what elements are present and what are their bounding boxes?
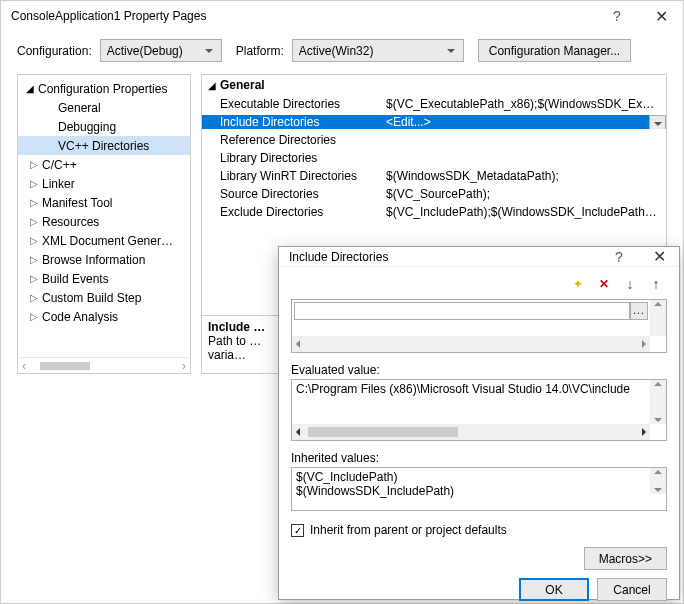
platform-combo[interactable]: Active(Win32) [292, 39, 464, 62]
inh-vscroll[interactable] [650, 468, 666, 494]
prop-row-6[interactable]: Exclude Directories$(VC_IncludePath);$(W… [202, 203, 666, 221]
ok-button[interactable]: OK [519, 578, 589, 601]
macros-button[interactable]: Macros>> [584, 547, 667, 570]
expander-icon[interactable]: ▷ [26, 292, 42, 303]
tree-item-label: Browse Information [42, 253, 145, 267]
tree-item-11[interactable]: ▷Code Analysis [18, 307, 190, 326]
tree-item-8[interactable]: ▷Browse Information [18, 250, 190, 269]
inherited-box[interactable]: $(VC_IncludePath) $(WindowsSDK_IncludePa… [291, 467, 667, 511]
configuration-label: Configuration: [17, 44, 92, 58]
prop-key: Reference Directories [202, 133, 382, 147]
tree-item-label: Custom Build Step [42, 291, 141, 305]
platform-label: Platform: [236, 44, 284, 58]
new-line-icon[interactable]: ✦ [567, 273, 589, 295]
prop-row-3[interactable]: Library Directories [202, 149, 666, 167]
move-down-icon[interactable]: ↓ [619, 273, 641, 295]
toolbar: ✦ ✕ ↓ ↑ [291, 273, 667, 295]
sub-close-icon[interactable]: ✕ [639, 247, 679, 266]
prop-key: Include Directories [202, 115, 382, 129]
include-directories-dialog: Include Directories ? ✕ ✦ ✕ ↓ ↑ ... Eval… [278, 246, 680, 600]
grid-category[interactable]: ◢ General [202, 75, 666, 95]
inherited-line-1: $(WindowsSDK_IncludePath) [296, 484, 648, 498]
tree-item-label: XML Document Gener… [42, 234, 173, 248]
close-icon[interactable]: ✕ [639, 7, 683, 26]
prop-row-0[interactable]: Executable Directories$(VC_ExecutablePat… [202, 95, 666, 113]
window-title: ConsoleApplication1 Property Pages [11, 9, 595, 23]
expander-icon[interactable]: ▷ [26, 159, 42, 170]
tree-hscrollbar[interactable]: ‹› [18, 357, 190, 373]
tree-item-label: Build Events [42, 272, 109, 286]
sub-titlebar: Include Directories ? ✕ [279, 247, 679, 267]
tree-item-label: Code Analysis [42, 310, 118, 324]
delete-icon[interactable]: ✕ [593, 273, 615, 295]
prop-row-2[interactable]: Reference Directories [202, 131, 666, 149]
prop-key: Library Directories [202, 151, 382, 165]
inherit-checkbox-label: Inherit from parent or project defaults [310, 523, 507, 537]
tree-item-5[interactable]: ▷Manifest Tool [18, 193, 190, 212]
expander-icon[interactable]: ▷ [26, 235, 42, 246]
prop-value[interactable]: $(WindowsSDK_MetadataPath); [382, 169, 666, 183]
evaluated-label: Evaluated value: [291, 363, 667, 377]
inherited-line-0: $(VC_IncludePath) [296, 470, 648, 484]
prop-value[interactable]: $(VC_ExecutablePath_x86);$(WindowsSDK_Ex… [382, 97, 666, 111]
expander-icon[interactable]: ▷ [26, 254, 42, 265]
titlebar: ConsoleApplication1 Property Pages ? ✕ [1, 1, 683, 31]
tree-root[interactable]: ◢ Configuration Properties [18, 79, 190, 98]
prop-value[interactable]: $(VC_SourcePath); [382, 187, 666, 201]
tree-item-4[interactable]: ▷Linker [18, 174, 190, 193]
inherited-label: Inherited values: [291, 451, 667, 465]
tree-item-label: Linker [42, 177, 75, 191]
config-row: Configuration: Active(Debug) Platform: A… [1, 31, 683, 74]
cancel-button[interactable]: Cancel [597, 578, 667, 601]
inherit-checkbox-row[interactable]: ✓ Inherit from parent or project default… [291, 523, 667, 537]
tree-item-7[interactable]: ▷XML Document Gener… [18, 231, 190, 250]
tree-item-1[interactable]: Debugging [18, 117, 190, 136]
sub-help-icon[interactable]: ? [599, 249, 639, 265]
inherit-checkbox[interactable]: ✓ [291, 524, 304, 537]
expander-icon[interactable]: ▷ [26, 273, 42, 284]
prop-row-5[interactable]: Source Directories$(VC_SourcePath); [202, 185, 666, 203]
prop-key: Library WinRT Directories [202, 169, 382, 183]
tree-item-10[interactable]: ▷Custom Build Step [18, 288, 190, 307]
browse-button[interactable]: ... [630, 302, 648, 320]
directory-input[interactable] [294, 302, 630, 320]
config-tree[interactable]: ◢ Configuration Properties GeneralDebugg… [18, 75, 190, 357]
evaluated-box[interactable]: C:\Program Files (x86)\Microsoft Visual … [291, 379, 667, 441]
eval-hscroll[interactable] [292, 424, 650, 440]
tree-item-label: Resources [42, 215, 99, 229]
eval-vscroll[interactable] [650, 380, 666, 424]
list-hscroll[interactable] [292, 336, 650, 352]
prop-value[interactable]: $(VC_IncludePath);$(WindowsSDK_IncludePa… [382, 205, 666, 219]
evaluated-line: C:\Program Files (x86)\Microsoft Visual … [296, 382, 648, 396]
tree-panel: ◢ Configuration Properties GeneralDebugg… [17, 74, 191, 374]
tree-item-label: Debugging [58, 120, 116, 134]
tree-item-3[interactable]: ▷C/C++ [18, 155, 190, 174]
tree-item-6[interactable]: ▷Resources [18, 212, 190, 231]
prop-row-4[interactable]: Library WinRT Directories$(WindowsSDK_Me… [202, 167, 666, 185]
tree-item-label: Manifest Tool [42, 196, 112, 210]
tree-item-label: VC++ Directories [58, 139, 149, 153]
tree-item-label: General [58, 101, 101, 115]
prop-key: Exclude Directories [202, 205, 382, 219]
prop-key: Source Directories [202, 187, 382, 201]
list-vscroll[interactable] [650, 300, 666, 336]
directories-list[interactable]: ... [291, 299, 667, 353]
configuration-manager-button[interactable]: Configuration Manager... [478, 39, 631, 62]
prop-key: Executable Directories [202, 97, 382, 111]
configuration-combo[interactable]: Active(Debug) [100, 39, 222, 62]
tree-item-9[interactable]: ▷Build Events [18, 269, 190, 288]
prop-value[interactable]: <Edit...> [382, 115, 666, 129]
expander-icon[interactable]: ▷ [26, 197, 42, 208]
dropdown-icon[interactable] [649, 115, 666, 129]
tree-item-2[interactable]: VC++ Directories [18, 136, 190, 155]
move-up-icon[interactable]: ↑ [645, 273, 667, 295]
expander-icon[interactable]: ▷ [26, 311, 42, 322]
expander-icon[interactable]: ▷ [26, 216, 42, 227]
sub-title: Include Directories [289, 250, 599, 264]
expander-icon[interactable]: ▷ [26, 178, 42, 189]
tree-item-label: C/C++ [42, 158, 77, 172]
prop-row-1[interactable]: Include Directories<Edit...> [202, 113, 666, 131]
tree-item-0[interactable]: General [18, 98, 190, 117]
help-icon[interactable]: ? [595, 8, 639, 24]
